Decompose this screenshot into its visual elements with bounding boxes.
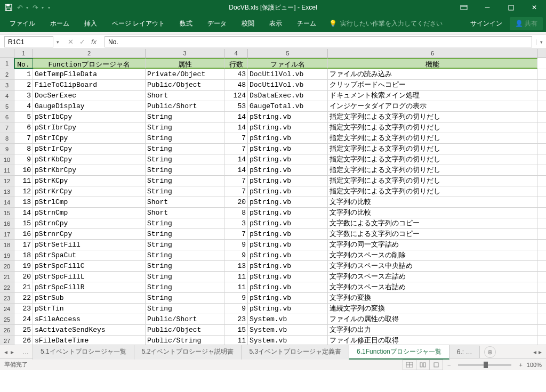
cell[interactable]: 文字列の変換 [328, 293, 537, 303]
cell[interactable]: 20 [14, 272, 33, 282]
cell[interactable]: DocSerExec [33, 91, 146, 101]
cell[interactable]: Short [146, 91, 224, 101]
ribbon-tab-8[interactable]: チーム [291, 16, 323, 31]
cell[interactable]: pStrIbCpy [33, 112, 146, 122]
cell[interactable]: pStrSpcFillR [33, 282, 146, 292]
cell[interactable]: 指定文字列による文字列の切りだし [328, 123, 537, 133]
cell[interactable]: 文字列の同一文字詰め [328, 240, 537, 250]
row-header[interactable]: 9 [0, 144, 14, 154]
cell[interactable]: pString.vb [248, 123, 328, 133]
col-header[interactable]: 2 [33, 49, 146, 58]
cell[interactable]: pString.vb [248, 197, 328, 207]
cell[interactable]: String [146, 282, 224, 292]
cell[interactable]: pString.vb [248, 304, 328, 314]
cell[interactable]: System.vb [248, 314, 328, 324]
cell[interactable]: pString.vb [248, 133, 328, 143]
cell[interactable]: 7 [14, 133, 33, 143]
cell[interactable]: 9 [14, 154, 33, 165]
cell[interactable]: 14 [14, 208, 33, 218]
add-sheet-button[interactable]: ⊕ [484, 346, 496, 358]
cell[interactable]: 16 [14, 229, 33, 239]
sheet-tab[interactable]: 5.2イベントプロシージャ説明書 [134, 345, 242, 360]
cell[interactable]: String [146, 261, 224, 271]
cell[interactable]: pStrSpcFillC [33, 261, 146, 271]
cell[interactable]: String [146, 144, 224, 154]
redo-menu[interactable]: ▾ [42, 5, 44, 10]
row-header[interactable]: 17 [0, 229, 14, 239]
column-header-cell[interactable]: 機能 [328, 58, 537, 69]
row-header[interactable]: 15 [0, 208, 14, 218]
cell[interactable]: DocUtilVol.vb [248, 80, 328, 90]
cell[interactable]: 3 [224, 218, 248, 228]
cell[interactable]: Public/Object [146, 325, 224, 335]
cell[interactable]: pStrnCpy [33, 218, 146, 228]
cell[interactable]: String [146, 123, 224, 133]
cell[interactable]: pStrSub [33, 293, 146, 303]
row-header[interactable]: 3 [0, 80, 14, 90]
cell[interactable]: pString.vb [248, 240, 328, 250]
cell[interactable]: 23 [224, 314, 248, 324]
cell[interactable]: 7 [224, 133, 248, 143]
zoom-level[interactable]: 100% [527, 362, 542, 368]
cell[interactable]: String [146, 229, 224, 239]
cell[interactable]: 文字列の比較 [328, 208, 537, 218]
row-header[interactable]: 18 [0, 240, 14, 250]
share-button[interactable]: 👤 共有 [510, 17, 543, 30]
cell[interactable]: 9 [224, 240, 248, 250]
cell[interactable]: 7 [224, 176, 248, 186]
sheet-overflow-left[interactable]: … [18, 346, 33, 358]
ribbon-tab-5[interactable]: データ [201, 16, 233, 31]
tab-scroll-left[interactable]: ◂ [533, 348, 536, 356]
cell[interactable]: Private/Object [146, 69, 224, 79]
ribbon-tab-3[interactable]: ページ レイアウト [106, 16, 171, 31]
cell[interactable]: String [146, 304, 224, 314]
cell[interactable]: 12 [14, 186, 33, 197]
cell[interactable]: 14 [224, 165, 248, 175]
cell[interactable]: 13 [224, 261, 248, 271]
cell[interactable]: sActivateSendKeys [33, 325, 146, 335]
row-header[interactable]: 8 [0, 133, 14, 143]
cell[interactable]: pStrSetFill [33, 240, 146, 250]
cell[interactable]: pString.vb [248, 208, 328, 218]
zoom-out[interactable]: − [447, 362, 451, 368]
cell[interactable]: String [146, 218, 224, 228]
column-header-cell[interactable]: Functionプロシージャ名 [33, 58, 146, 69]
cell[interactable]: 4 [14, 101, 33, 111]
cell[interactable]: Public/Object [146, 80, 224, 90]
cell[interactable]: 124 [224, 91, 248, 101]
ribbon-tab-0[interactable]: ファイル [3, 16, 42, 31]
row-header[interactable]: 16 [0, 218, 14, 228]
cell[interactable]: String [146, 112, 224, 122]
cell[interactable]: 7 [224, 229, 248, 239]
tell-me-search[interactable]: 💡実行したい作業を入力してください [329, 19, 443, 28]
cell[interactable]: sFileDateTime [33, 336, 146, 345]
cell[interactable]: 15 [224, 325, 248, 335]
row-header[interactable]: 10 [0, 154, 14, 165]
cell[interactable]: 文字列のスペースの削除 [328, 250, 537, 260]
minimize-button[interactable]: ─ [476, 0, 499, 15]
cell[interactable]: sFileAccess [33, 314, 146, 324]
row-header[interactable]: 27 [0, 336, 14, 345]
cell[interactable]: 11 [14, 176, 33, 186]
row-header[interactable]: 12 [0, 176, 14, 186]
row-header[interactable]: 7 [0, 123, 14, 133]
cell[interactable]: pStrIbrCpy [33, 123, 146, 133]
row-header[interactable]: 1 [0, 58, 14, 69]
cell[interactable]: String [146, 165, 224, 175]
cell[interactable]: pString.vb [248, 176, 328, 186]
cell[interactable]: 文字数による文字列のコピー [328, 218, 537, 228]
name-box-dropdown[interactable]: ▾ [53, 39, 62, 45]
cell[interactable]: System.vb [248, 325, 328, 335]
view-page-layout[interactable] [416, 360, 430, 370]
cell[interactable]: ファイルの属性の取得 [328, 314, 537, 324]
sheet-nav-prev[interactable]: ◂ [4, 348, 7, 356]
row-header[interactable]: 4 [0, 91, 14, 101]
sheet-tab-more[interactable]: 6.: … [449, 346, 480, 358]
cell[interactable]: 9 [224, 250, 248, 260]
cell[interactable]: pStrnrCpy [33, 229, 146, 239]
column-header-cell[interactable]: 属性 [146, 58, 224, 69]
cell[interactable]: Short [146, 197, 224, 207]
cell[interactable]: FileToClipBoard [33, 80, 146, 90]
cell[interactable]: 23 [14, 304, 33, 314]
cell[interactable]: 48 [224, 80, 248, 90]
